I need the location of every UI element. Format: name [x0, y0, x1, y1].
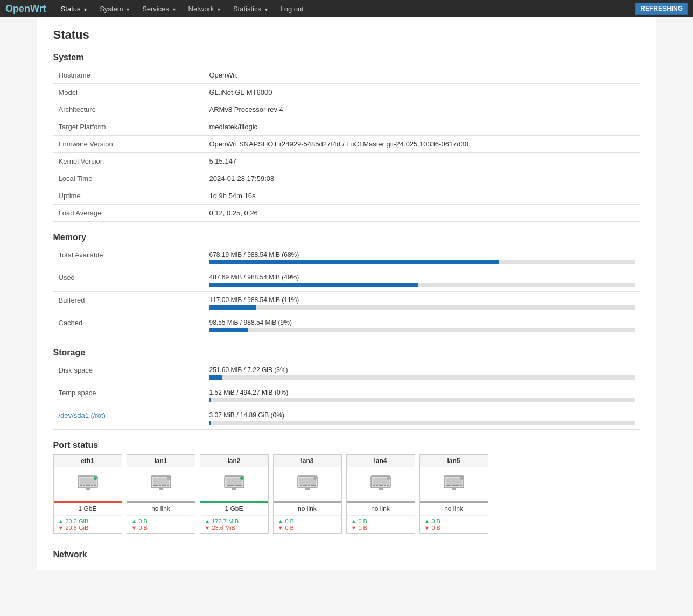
system-row-label: Firmware Version — [53, 136, 204, 153]
system-row-label: Hostname — [53, 67, 204, 84]
memory-row-value: 117.00 MiB / 988.54 MiB (11%) — [204, 292, 640, 314]
svg-rect-5 — [88, 485, 90, 486]
nav-link-network[interactable]: Network ▾ — [182, 1, 227, 17]
progress-bar-fill — [209, 283, 418, 287]
svg-rect-31 — [299, 478, 316, 485]
port-rx: ▼ 0 B — [131, 524, 191, 531]
svg-point-9 — [94, 477, 97, 480]
port-card-icon — [127, 467, 195, 501]
memory-row: Buffered 117.00 MiB / 988.54 MiB (11%) — [53, 292, 640, 314]
svg-rect-33 — [303, 485, 305, 486]
port-card-header: lan5 — [420, 455, 488, 467]
system-row: Uptime 1d 9h 54m 16s — [53, 187, 640, 205]
port-card-icon — [274, 467, 341, 501]
svg-rect-3 — [83, 485, 85, 486]
progress-label: 1.52 MiB / 494.27 MiB (0%) — [209, 389, 635, 396]
svg-rect-13 — [156, 485, 158, 486]
nav-link-system[interactable]: System ▾ — [93, 1, 136, 17]
system-row-label: Load Average — [53, 205, 204, 222]
memory-section-title: Memory — [53, 233, 640, 242]
progress-bar-wrap — [209, 283, 635, 287]
svg-rect-41 — [373, 478, 389, 485]
svg-rect-24 — [232, 485, 234, 486]
memory-row-label: Buffered — [53, 292, 204, 314]
storage-row: /dev/sda1 (/rot) 3.07 MiB / 14.89 GiB (0… — [53, 407, 640, 430]
memory-row: Cached 98.55 MiB / 988.54 MiB (9%) — [53, 314, 640, 337]
svg-rect-11 — [153, 478, 169, 485]
progress-container: 3.07 MiB / 14.89 GiB (0%) — [209, 411, 635, 425]
progress-label: 117.00 MiB / 988.54 MiB (11%) — [209, 296, 635, 304]
svg-rect-8 — [86, 488, 90, 490]
nav-link-status[interactable]: Status ▾ — [54, 1, 93, 17]
svg-rect-12 — [153, 485, 156, 486]
port-tx: ▲ 0 B — [351, 518, 410, 524]
system-row-label: Uptime — [53, 187, 204, 205]
progress-bar-wrap — [209, 305, 635, 310]
svg-rect-58 — [452, 488, 456, 490]
progress-label: 487.69 MiB / 988.54 MiB (49%) — [209, 274, 635, 281]
system-row: Model GL.iNet GL-MT6000 — [53, 84, 640, 101]
nav-item-logout[interactable]: Log out — [274, 1, 310, 17]
progress-bar-fill — [209, 421, 212, 425]
progress-container: 1.52 MiB / 494.27 MiB (0%) — [209, 389, 635, 402]
storage-row-value: 251.60 MiB / 7.22 GiB (3%) — [204, 362, 640, 384]
port-card-status: 1 GbE — [200, 503, 268, 514]
memory-row-label: Cached — [53, 314, 204, 337]
nav-link-statistics[interactable]: Statistics ▾ — [227, 1, 274, 17]
nav-item-system[interactable]: System ▾ — [93, 1, 136, 17]
memory-row-value: 487.69 MiB / 988.54 MiB (49%) — [204, 269, 640, 292]
svg-point-59 — [460, 477, 463, 480]
progress-label: 3.07 MiB / 14.89 GiB (0%) — [209, 411, 635, 419]
storage-row-value: 1.52 MiB / 494.27 MiB (0%) — [204, 384, 640, 407]
brand-logo[interactable]: OpenWrt — [5, 3, 46, 15]
svg-rect-38 — [305, 488, 310, 490]
dropdown-arrow-statistics: ▾ — [265, 6, 268, 12]
system-row-value: 0.12, 0.25, 0.26 — [204, 205, 640, 222]
svg-rect-25 — [235, 485, 237, 486]
memory-row-value: 678.19 MiB / 988.54 MiB (68%) — [204, 247, 640, 269]
port-card-status: 1 GbE — [54, 503, 122, 514]
port-card-header: lan2 — [200, 455, 268, 467]
port-card-header: lan4 — [347, 455, 415, 467]
progress-container: 251.60 MiB / 7.22 GiB (3%) — [209, 366, 635, 380]
nav-item-statistics[interactable]: Statistics ▾ — [227, 1, 274, 17]
svg-rect-4 — [86, 485, 88, 486]
dropdown-arrow-network: ▾ — [218, 6, 220, 12]
nav-item-services[interactable]: Services ▾ — [136, 1, 181, 17]
system-row-label: Model — [53, 84, 204, 101]
storage-row-link[interactable]: /dev/sda1 (/rot) — [59, 411, 106, 419]
svg-rect-1 — [80, 478, 96, 485]
port-card-stats: ▲ 0 B ▼ 0 B — [347, 515, 415, 533]
dropdown-arrow-status: ▾ — [84, 6, 87, 12]
nav-link-logout[interactable]: Log out — [274, 1, 310, 17]
system-row: Load Average 0.12, 0.25, 0.26 — [53, 205, 640, 222]
port-card-icon — [200, 467, 268, 501]
nav-item-network[interactable]: Network ▾ — [182, 1, 227, 17]
svg-rect-15 — [162, 485, 164, 486]
progress-bar-fill — [209, 260, 499, 264]
port-card-icon — [54, 467, 122, 501]
progress-bar-wrap — [209, 375, 635, 380]
refreshing-button[interactable]: REFRESHING — [635, 3, 688, 15]
port-card: lan2 1 GbE ▲ 173.7 MiB ▼ 23.6 MiB — [200, 454, 269, 534]
port-card: lan4 no link ▲ 0 B ▼ 0 B — [346, 454, 415, 534]
svg-rect-32 — [300, 485, 302, 486]
svg-rect-43 — [376, 485, 378, 486]
svg-rect-47 — [387, 485, 389, 486]
storage-row-value: 3.07 MiB / 14.89 GiB (0%) — [204, 407, 640, 430]
progress-bar-fill — [209, 305, 256, 310]
port-rx: ▼ 0 B — [424, 524, 484, 531]
progress-label: 678.19 MiB / 988.54 MiB (68%) — [209, 251, 635, 258]
nav-link-services[interactable]: Services ▾ — [136, 1, 181, 17]
system-row-value: GL.iNet GL-MT6000 — [204, 84, 640, 101]
system-row-value: mediatek/filogic — [204, 118, 640, 136]
port-tx: ▲ 30.3 GiB — [58, 518, 117, 524]
storage-row-label: Disk space — [53, 362, 204, 384]
nav-item-status[interactable]: Status ▾ — [54, 1, 93, 17]
port-card: lan3 no link ▲ 0 B ▼ 0 B — [273, 454, 342, 534]
progress-label: 98.55 MiB / 988.54 MiB (9%) — [209, 319, 635, 326]
storage-info-table: Disk space 251.60 MiB / 7.22 GiB (3%) Te… — [53, 362, 640, 430]
svg-rect-22 — [227, 485, 229, 486]
svg-rect-18 — [159, 488, 163, 490]
port-card-header: lan1 — [127, 455, 195, 467]
